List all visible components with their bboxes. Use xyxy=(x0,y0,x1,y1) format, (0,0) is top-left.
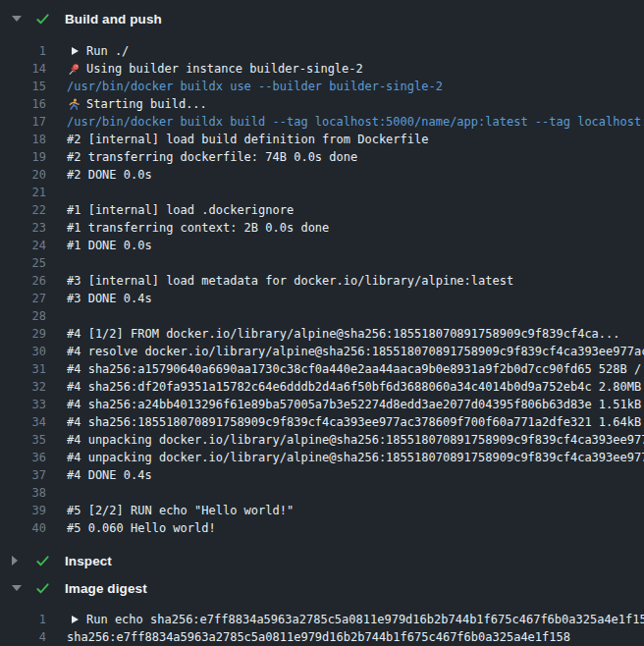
log-text-content: #4 DONE 0.4s xyxy=(67,466,152,484)
collapse-icon[interactable] xyxy=(12,16,26,22)
line-number[interactable]: 20 xyxy=(0,166,46,184)
log-text-content: #2 transferring dockerfile: 74B 0.0s don… xyxy=(67,148,357,166)
log-text: #2 [internal] load build definition from… xyxy=(67,131,644,148)
line-number[interactable]: 23 xyxy=(0,219,46,237)
line-number[interactable]: 31 xyxy=(0,360,46,378)
run-expand-icon[interactable] xyxy=(67,613,80,626)
log-line: 1Run ./ xyxy=(0,42,644,60)
disclosure-triangle xyxy=(12,585,22,591)
log-line: 34#4 sha256:185518070891758909c9f839cf4c… xyxy=(0,413,644,431)
line-number[interactable]: 1 xyxy=(0,611,46,628)
line-number[interactable]: 16 xyxy=(0,95,46,113)
log-text: Run echo sha256:e7ff8834a5963a2785c5a081… xyxy=(67,611,644,628)
section-header[interactable]: Build and push xyxy=(0,4,644,33)
log-line: 19#2 transferring dockerfile: 74B 0.0s d… xyxy=(0,148,644,166)
log-text: #4 resolve docker.io/library/alpine@sha2… xyxy=(67,343,644,360)
log-section-build-and-push: Build and push1Run ./14Using builder ins… xyxy=(0,4,644,541)
log-text: #4 DONE 0.4s xyxy=(67,466,644,484)
section-log-lines: 1Run ./14Using builder instance builder-… xyxy=(0,42,644,541)
log-line: 35#4 unpacking docker.io/library/alpine@… xyxy=(0,431,644,449)
log-line: 20#2 DONE 0.0s xyxy=(0,166,644,184)
log-text: #1 transferring context: 2B 0.0s done xyxy=(67,219,644,237)
section-header[interactable]: Image digest xyxy=(0,574,644,602)
line-number[interactable]: 4 xyxy=(0,628,46,646)
right-triangle-icon xyxy=(72,616,79,623)
log-text-content: #4 sha256:a24bb4013296f61e89ba57005a7b3e… xyxy=(67,396,644,413)
log-line: 17/usr/bin/docker buildx build --tag loc… xyxy=(0,113,644,131)
log-text: #2 DONE 0.0s xyxy=(67,166,644,184)
log-text-content: sha256:e7ff8834a5963a2785c5a0811e979d16b… xyxy=(67,628,570,646)
line-number[interactable]: 33 xyxy=(0,396,46,413)
line-number[interactable]: 22 xyxy=(0,201,46,219)
line-number[interactable]: 28 xyxy=(0,307,46,325)
log-text-content: #3 DONE 0.4s xyxy=(67,290,152,307)
line-number[interactable]: 34 xyxy=(0,413,46,431)
log-section-inspect: Inspect xyxy=(0,547,644,574)
line-number[interactable]: 30 xyxy=(0,343,46,360)
line-number[interactable]: 19 xyxy=(0,148,46,166)
log-line: 15/usr/bin/docker buildx use --builder b… xyxy=(0,78,644,95)
runner-icon xyxy=(67,97,80,111)
log-text-command: /usr/bin/docker buildx build --tag local… xyxy=(67,113,644,131)
log-text-content: Using builder instance builder-single-2 xyxy=(86,60,363,78)
line-number[interactable]: 21 xyxy=(0,184,46,201)
log-line: 14Using builder instance builder-single-… xyxy=(0,60,644,78)
log-text: #3 DONE 0.4s xyxy=(67,290,644,307)
log-text: Using builder instance builder-single-2 xyxy=(67,60,644,78)
log-line: 23#1 transferring context: 2B 0.0s done xyxy=(0,219,644,237)
line-number[interactable]: 37 xyxy=(0,466,46,484)
line-number[interactable]: 39 xyxy=(0,502,46,519)
line-number[interactable]: 17 xyxy=(0,113,46,131)
log-text: Starting build... xyxy=(67,95,644,113)
log-text-content: #2 DONE 0.0s xyxy=(67,166,152,184)
log-text-content: Run echo sha256:e7ff8834a5963a2785c5a081… xyxy=(86,611,644,628)
log-text-content: #1 [internal] load .dockerignore xyxy=(67,201,294,219)
line-number[interactable]: 25 xyxy=(0,254,46,272)
line-number[interactable]: 32 xyxy=(0,378,46,396)
log-text-content: #4 [1/2] FROM docker.io/library/alpine@s… xyxy=(67,325,620,343)
line-number[interactable]: 40 xyxy=(0,519,46,537)
right-triangle-icon xyxy=(72,47,79,55)
log-text: #4 sha256:a24bb4013296f61e89ba57005a7b3e… xyxy=(67,396,644,413)
line-number[interactable]: 35 xyxy=(0,431,46,449)
line-number[interactable]: 24 xyxy=(0,237,46,254)
log-text: #3 [internal] load metadata for docker.i… xyxy=(67,272,644,290)
log-line: 32#4 sha256:df20fa9351a15782c64e6dddb2d4… xyxy=(0,378,644,396)
log-text-command: /usr/bin/docker buildx use --builder bui… xyxy=(67,78,644,95)
section-title: Inspect xyxy=(65,554,112,568)
section-header[interactable]: Inspect xyxy=(0,547,644,574)
log-text: #4 unpacking docker.io/library/alpine@sh… xyxy=(67,449,644,466)
line-number[interactable]: 26 xyxy=(0,272,46,290)
log-text: #2 transferring dockerfile: 74B 0.0s don… xyxy=(67,148,644,166)
log-text-content: #5 [2/2] RUN echo "Hello world!" xyxy=(67,502,294,519)
log-line: 38 xyxy=(0,484,644,502)
line-number[interactable]: 29 xyxy=(0,325,46,343)
line-number[interactable]: 38 xyxy=(0,484,46,502)
pushpin-icon xyxy=(67,62,80,76)
disclosure-triangle xyxy=(12,556,18,565)
section-log-lines: 1Run echo sha256:e7ff8834a5963a2785c5a08… xyxy=(0,611,644,646)
collapse-icon[interactable] xyxy=(12,585,26,591)
run-expand-icon[interactable] xyxy=(67,44,80,58)
log-line: 39#5 [2/2] RUN echo "Hello world!" xyxy=(0,502,644,519)
log-line: 31#4 sha256:a15790640a6690aa1730c38cf0a4… xyxy=(0,360,644,378)
log-line: 24#1 DONE 0.0s xyxy=(0,237,644,254)
log-text-content: /usr/bin/docker buildx build --tag local… xyxy=(67,113,644,131)
expand-icon[interactable] xyxy=(12,556,26,565)
log-line: 37#4 DONE 0.4s xyxy=(0,466,644,484)
line-number[interactable]: 36 xyxy=(0,449,46,466)
log-text-content: #1 DONE 0.0s xyxy=(67,237,152,254)
line-number[interactable]: 14 xyxy=(0,60,46,78)
log-text: #4 sha256:df20fa9351a15782c64e6dddb2d4a6… xyxy=(67,378,644,396)
log-text-content: #4 unpacking docker.io/library/alpine@sh… xyxy=(67,449,644,466)
log-line: 16Starting build... xyxy=(0,95,644,113)
log-line: 28 xyxy=(0,307,644,325)
line-number[interactable]: 18 xyxy=(0,131,46,148)
log-text: #5 [2/2] RUN echo "Hello world!" xyxy=(67,502,644,519)
log-text: #4 sha256:185518070891758909c9f839cf4ca3… xyxy=(67,413,644,431)
line-number[interactable]: 1 xyxy=(0,42,46,60)
line-number[interactable]: 15 xyxy=(0,78,46,95)
log-line: 1Run echo sha256:e7ff8834a5963a2785c5a08… xyxy=(0,611,644,628)
log-line: 21 xyxy=(0,184,644,201)
line-number[interactable]: 27 xyxy=(0,290,46,307)
